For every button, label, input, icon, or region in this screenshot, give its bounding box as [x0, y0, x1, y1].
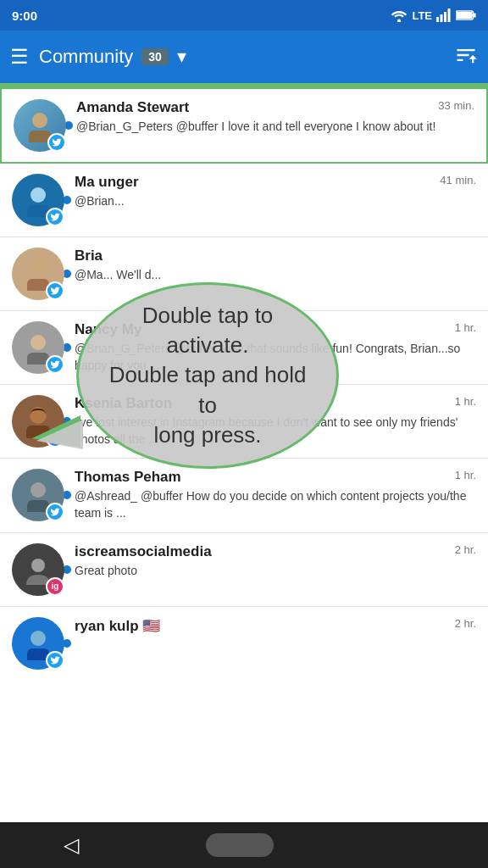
feed-item-5[interactable]: Thomas Peham 1 hr. @Ashread_ @buffer How… [0, 459, 488, 532]
svg-rect-7 [474, 13, 476, 17]
svg-rect-4 [448, 8, 451, 22]
svg-point-0 [397, 19, 401, 22]
feed-content-2: Bria @Ma... We'll d... [75, 248, 476, 284]
feed-content-1: Ma unger 41 min. @Brian... [75, 174, 476, 210]
feed-header-7: ryan kulp 🇺🇸 2 hr. [75, 617, 476, 635]
social-badge-4: f [46, 429, 64, 448]
feed-time-3: 1 hr. [455, 321, 476, 334]
back-button[interactable]: ◁ [64, 833, 79, 857]
social-badge-1 [46, 208, 64, 226]
app-bar: ☰ Community 30 ▾ [0, 31, 488, 83]
svg-rect-3 [444, 12, 446, 22]
feed-header-4: Ksenia Barton 1 hr. [75, 395, 476, 412]
avatar-container-4: f [12, 395, 64, 448]
avatar-container-7 [12, 617, 64, 670]
feed-content-3: Nancy My 1 hr. @Brian_G_Peters @buffer N… [75, 321, 476, 374]
feed-header-5: Thomas Peham 1 hr. [75, 469, 476, 486]
feed-item-4[interactable]: f Ksenia Barton 1 hr. I've lost interest… [0, 385, 488, 459]
feed-name-6: iscreamsocialmedia [75, 543, 212, 560]
feed-item-1[interactable]: Ma unger 41 min. @Brian... [0, 164, 488, 237]
feed-header-3: Nancy My 1 hr. [75, 321, 476, 338]
lte-icon: LTE [412, 9, 432, 22]
svg-rect-2 [441, 14, 443, 22]
social-badge-3 [46, 355, 64, 374]
feed-header-1: Ma unger 41 min. [75, 174, 476, 191]
social-badge-0 [47, 133, 66, 152]
avatar-container-5 [12, 469, 64, 521]
social-badge-2 [46, 281, 64, 300]
feed-header-6: iscreamsocialmedia 2 hr. [75, 543, 476, 560]
sort-icon [454, 43, 478, 67]
feed-time-6: 2 hr. [455, 543, 476, 556]
feed-text-4: I've lost interest in Instagram because … [75, 415, 476, 448]
feed-name-2: Bria [75, 248, 103, 264]
feed-header-0: Amanda Stewart 33 min. [76, 99, 474, 116]
avatar-container-3 [12, 321, 64, 374]
svg-point-12 [30, 261, 46, 276]
feed-item-2[interactable]: Bria @Ma... We'll d... [0, 237, 488, 311]
feed-time-4: 1 hr. [455, 395, 476, 408]
feed-item-7[interactable]: ryan kulp 🇺🇸 2 hr. [0, 607, 488, 680]
feed-text-5: @Ashread_ @buffer How do you decide on w… [75, 488, 476, 521]
signal-icon [436, 8, 452, 22]
avatar-container-6: ig [12, 543, 64, 596]
svg-point-21 [30, 631, 46, 646]
sort-button[interactable] [454, 43, 478, 70]
feed-content-0: Amanda Stewart 33 min. @Brian_G_Peters @… [76, 99, 474, 136]
feed-name-1: Ma unger [75, 174, 139, 191]
social-badge-6: ig [46, 577, 64, 596]
app-bar-title: Community 30 ▾ [39, 46, 444, 68]
feed-content-4: Ksenia Barton 1 hr. I've lost interest i… [75, 395, 476, 448]
app-bar-title-text: Community [39, 46, 133, 68]
feed-name-7: ryan kulp 🇺🇸 [75, 617, 160, 635]
svg-point-14 [30, 335, 46, 350]
feed-item-6[interactable]: ig iscreamsocialmedia 2 hr. Great photo [0, 533, 488, 607]
feed-text-2: @Ma... We'll d... [75, 267, 476, 284]
svg-point-10 [30, 187, 46, 203]
svg-rect-1 [436, 17, 439, 22]
svg-rect-6 [457, 12, 473, 19]
status-time: 9:00 [12, 8, 37, 23]
social-badge-7 [46, 651, 64, 670]
feed-name-4: Ksenia Barton [75, 395, 172, 412]
menu-button[interactable]: ☰ [10, 45, 29, 69]
status-icons: LTE [391, 8, 476, 22]
status-bar: 9:00 LTE [0, 0, 488, 31]
feed-text-3: @Brian_G_Peters @buffer Now that sounds … [75, 341, 476, 374]
feed-item-0[interactable]: Amanda Stewart 33 min. @Brian_G_Peters @… [0, 87, 488, 164]
feed-text-0: @Brian_G_Peters @buffer I love it and te… [76, 119, 474, 136]
bottom-nav: ◁ [0, 822, 488, 868]
feed-name-3: Nancy My [75, 321, 141, 338]
feed-text-1: @Brian... [75, 193, 476, 210]
feed-time-5: 1 hr. [455, 469, 476, 481]
feed-header-2: Bria [75, 248, 476, 264]
feed-content-6: iscreamsocialmedia 2 hr. Great photo [75, 543, 476, 580]
avatar-container-2 [12, 248, 64, 300]
feed-item-3[interactable]: Nancy My 1 hr. @Brian_G_Peters @buffer N… [0, 311, 488, 385]
feed-content-7: ryan kulp 🇺🇸 2 hr. [75, 617, 476, 637]
feed-content-5: Thomas Peham 1 hr. @Ashread_ @buffer How… [75, 469, 476, 521]
svg-point-18 [30, 482, 46, 498]
feed-name-0: Amanda Stewart [76, 99, 189, 116]
feed-time-1: 41 min. [440, 174, 476, 186]
feed-time-7: 2 hr. [455, 617, 476, 630]
svg-point-8 [32, 113, 47, 128]
feed-time-0: 33 min. [438, 99, 474, 112]
feed-name-5: Thomas Peham [75, 469, 181, 486]
wifi-icon [391, 8, 408, 22]
battery-icon [456, 9, 476, 21]
avatar-container-0 [14, 99, 66, 152]
feed-text-6: Great photo [75, 563, 476, 580]
svg-point-20 [31, 559, 45, 572]
dropdown-icon[interactable]: ▾ [177, 46, 186, 68]
home-button[interactable] [206, 833, 274, 857]
notification-badge: 30 [141, 48, 169, 65]
avatar-container-1 [12, 174, 64, 226]
social-badge-5 [46, 503, 64, 521]
feed-list: Amanda Stewart 33 min. @Brian_G_Peters @… [0, 87, 488, 680]
